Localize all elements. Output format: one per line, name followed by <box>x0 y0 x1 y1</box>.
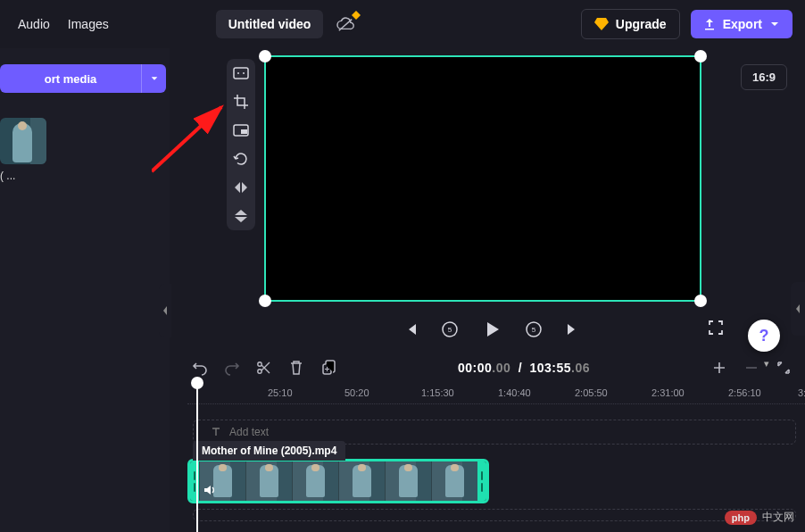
pip-tool[interactable] <box>232 121 250 139</box>
svg-rect-1 <box>234 68 248 79</box>
ruler-tick: 2:56:10 <box>728 387 761 398</box>
watermark: php 中文网 <box>725 510 794 525</box>
ruler-tick: 2:31:00 <box>651 387 685 398</box>
play-button[interactable] <box>479 317 504 342</box>
upgrade-label: Upgrade <box>616 17 667 31</box>
upgrade-button[interactable]: Upgrade <box>581 9 680 39</box>
media-filename: ( ... <box>0 170 170 182</box>
delete-button[interactable] <box>287 359 305 377</box>
resize-handle-bl[interactable] <box>259 295 271 307</box>
cloud-sync-icon[interactable] <box>336 16 355 32</box>
volume-icon[interactable] <box>203 483 217 497</box>
resize-handle-tr[interactable] <box>694 50 707 62</box>
redo-button[interactable] <box>223 359 241 377</box>
svg-point-11 <box>258 370 261 373</box>
fullscreen-button[interactable] <box>707 319 725 340</box>
media-thumbnail[interactable] <box>0 118 46 164</box>
chevron-down-icon <box>769 19 780 29</box>
duplicate-button[interactable] <box>320 359 337 377</box>
chevron-down-icon <box>150 74 159 83</box>
text-icon <box>210 426 222 438</box>
track-placeholder[interactable] <box>193 509 796 521</box>
tab-audio[interactable]: Audio <box>18 17 50 31</box>
watermark-brand: php <box>725 511 757 525</box>
fit-timeline-button[interactable] <box>775 359 793 377</box>
upload-icon <box>703 18 716 30</box>
preview-canvas[interactable] <box>264 55 701 302</box>
clip-thumbnails <box>199 461 477 501</box>
export-label: Export <box>723 17 762 31</box>
export-button[interactable]: Export <box>691 10 793 38</box>
svg-point-3 <box>243 72 245 74</box>
aspect-ratio-button[interactable]: 16:9 <box>741 64 787 90</box>
resize-handle-tl[interactable] <box>259 50 271 62</box>
clip-filename-label: Mother of Mine (2005).mp4 <box>193 441 345 461</box>
import-media-button[interactable]: ort media <box>0 64 166 93</box>
split-button[interactable] <box>255 359 273 377</box>
zoom-in-button[interactable] <box>710 359 728 377</box>
diamond-icon <box>594 18 609 30</box>
ruler-tick: 1:40:40 <box>498 387 531 398</box>
zoom-out-button[interactable] <box>743 359 760 377</box>
project-title[interactable]: Untitled video <box>216 10 324 38</box>
svg-point-2 <box>237 72 239 74</box>
svg-point-12 <box>258 362 261 366</box>
svg-text:5: 5 <box>448 326 452 334</box>
timeline-ruler[interactable]: 25:10 50:20 1:15:30 1:40:40 2:05:50 2:31… <box>187 386 805 412</box>
skip-forward-button[interactable]: 5 <box>524 320 544 339</box>
ruler-tick: 2:05:50 <box>575 387 608 398</box>
ruler-tick: 50:20 <box>344 387 369 398</box>
fit-tool[interactable] <box>232 64 250 82</box>
ruler-tick: 25:10 <box>268 387 293 398</box>
rotate-tool[interactable] <box>232 150 250 168</box>
ruler-tick: 3:2 <box>798 387 805 398</box>
svg-rect-5 <box>241 129 247 134</box>
playhead[interactable] <box>196 382 198 532</box>
add-text-label: Add text <box>229 426 269 438</box>
timecode: 00:00.00 / 103:55.06 <box>352 361 696 375</box>
tab-images[interactable]: Images <box>68 17 109 31</box>
import-media-dropdown[interactable] <box>141 64 166 93</box>
import-media-label: ort media <box>0 72 141 86</box>
resize-handle-br[interactable] <box>694 295 707 307</box>
svg-text:5: 5 <box>532 326 536 334</box>
next-frame-button[interactable] <box>563 320 583 339</box>
canvas-tools <box>227 59 255 230</box>
flip-horizontal-tool[interactable] <box>232 179 250 196</box>
video-clip[interactable] <box>187 459 489 503</box>
skip-back-button[interactable]: 5 <box>440 320 460 339</box>
ruler-tick: 1:15:30 <box>421 387 454 398</box>
help-button[interactable]: ? <box>748 320 780 352</box>
crop-tool[interactable] <box>232 93 250 111</box>
clip-trim-right[interactable] <box>477 461 486 501</box>
flip-vertical-tool[interactable] <box>232 207 250 225</box>
watermark-text: 中文网 <box>762 510 794 525</box>
collapse-left-panel[interactable] <box>159 284 171 337</box>
prev-frame-button[interactable] <box>401 320 420 339</box>
undo-button[interactable] <box>191 359 209 377</box>
